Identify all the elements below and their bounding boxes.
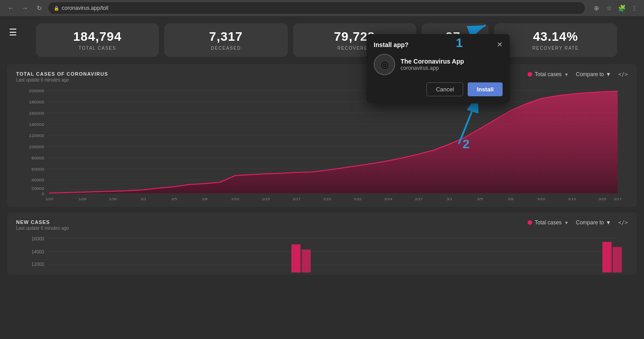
popup-title: Install app?	[374, 41, 409, 48]
svg-text:3/1: 3/1	[447, 197, 452, 201]
svg-text:20000: 20000	[31, 186, 44, 191]
profile-icon: ⊕	[592, 4, 601, 13]
url-text: coronavirus.app/toll	[62, 5, 108, 11]
chart-total-cases: TOTAL CASES OF CORONAVIRUS Last update 6…	[7, 64, 637, 207]
chart1-title-group: TOTAL CASES OF CORONAVIRUS Last update 6…	[16, 71, 108, 82]
chart1-legend-chevron: ▼	[564, 72, 569, 77]
chart2-legend-label: Total cases	[535, 219, 562, 226]
svg-text:2/8: 2/8	[202, 197, 208, 201]
chart2-compare-label: Compare to	[576, 219, 604, 226]
svg-rect-49	[302, 249, 311, 272]
chart1-compare-btn[interactable]: Compare to ▼	[576, 71, 611, 77]
reload-button[interactable]: ↻	[34, 3, 45, 13]
chart1-legend-label: Total cases	[535, 71, 562, 77]
svg-text:160000: 160000	[29, 111, 44, 116]
svg-text:16000: 16000	[31, 236, 44, 241]
app-icon: ◎	[374, 54, 395, 75]
popup-app-info: ◎ The Coronavirus App coronavirus.app	[374, 54, 503, 75]
badge-number-1: 1	[456, 36, 463, 50]
chart1-legend-dot	[528, 72, 532, 77]
install-popup: Install app? ✕ ◎ The Coronavirus App cor…	[367, 34, 510, 103]
badge-number-2: 2	[462, 137, 469, 151]
stat-label-recovery-rate: RECOVERY RATE	[505, 46, 606, 51]
chart2-legend-chevron: ▼	[564, 220, 569, 225]
app-domain: coronavirus.app	[401, 65, 464, 71]
svg-text:3/13: 3/13	[568, 197, 576, 201]
chart1-controls: Total cases ▼ Compare to ▼ </>	[528, 71, 628, 77]
svg-text:3/10: 3/10	[537, 197, 545, 201]
svg-text:180000: 180000	[29, 100, 44, 104]
svg-text:80000: 80000	[31, 156, 44, 160]
app-icon-symbol: ◎	[381, 59, 388, 70]
svg-text:2/27: 2/27	[415, 197, 423, 201]
svg-text:1/26: 1/26	[45, 197, 53, 201]
svg-text:3/15: 3/15	[598, 197, 606, 201]
chart1-svg: 200000 180000 160000 140000 120000 10000…	[16, 86, 628, 202]
svg-text:2/10: 2/10	[231, 197, 239, 201]
chart2-embed-btn[interactable]: </>	[618, 219, 628, 226]
app-name: The Coronavirus App	[401, 58, 464, 65]
chart2-legend-dot	[528, 220, 532, 225]
popup-cancel-button[interactable]: Cancel	[426, 82, 463, 96]
svg-text:2/5: 2/5	[171, 197, 177, 201]
popup-header: Install app? ✕	[374, 41, 503, 48]
app-details: The Coronavirus App coronavirus.app	[401, 58, 464, 71]
svg-rect-48	[291, 245, 301, 273]
svg-text:2/24: 2/24	[384, 197, 392, 201]
stat-label-total-cases: TOTAL CASES	[47, 46, 148, 51]
stat-value-total-cases: 184,794	[47, 30, 148, 44]
chart1-header: TOTAL CASES OF CORONAVIRUS Last update 6…	[16, 71, 628, 82]
chart2-controls: Total cases ▼ Compare to ▼ </>	[528, 219, 628, 226]
svg-text:120000: 120000	[29, 133, 44, 138]
chart2-compare-chevron: ▼	[606, 219, 611, 226]
chart2-title-group: NEW CASES Last update 6 minutes ago	[16, 219, 69, 231]
sidebar-toggle[interactable]: ☰	[9, 27, 17, 38]
svg-text:1/30: 1/30	[109, 197, 117, 201]
svg-text:3/5: 3/5	[477, 197, 483, 201]
app-container: ☰ 184,794 TOTAL CASES 7,317 DECEASED 79,…	[0, 16, 644, 339]
svg-text:3/8: 3/8	[508, 197, 514, 201]
forward-button[interactable]: →	[20, 3, 30, 13]
popup-close-button[interactable]: ✕	[497, 41, 503, 48]
nav-icons: ⊕ ☆ 🧩 ⋮	[592, 4, 639, 13]
stats-bar: 184,794 TOTAL CASES 7,317 DECEASED 79,72…	[0, 16, 644, 64]
chart1-compare-label: Compare to	[576, 71, 604, 77]
popup-buttons: Cancel Install	[374, 82, 503, 96]
svg-text:100000: 100000	[29, 145, 44, 149]
stat-card-recovery-rate: 43.14% RECOVERY RATE	[494, 23, 617, 57]
stat-value-recovery-rate: 43.14%	[505, 30, 606, 44]
back-button[interactable]: ←	[5, 3, 16, 13]
chart2-header: NEW CASES Last update 6 minutes ago Tota…	[16, 219, 628, 231]
svg-rect-50	[602, 242, 612, 272]
svg-text:60000: 60000	[31, 167, 44, 172]
chart2-legend-item[interactable]: Total cases ▼	[528, 219, 569, 226]
svg-text:2/19: 2/19	[323, 197, 331, 201]
chart2-title: NEW CASES	[16, 219, 69, 225]
svg-text:2/17: 2/17	[293, 197, 301, 201]
chart1-compare-chevron: ▼	[606, 71, 611, 77]
popup-install-button[interactable]: Install	[468, 82, 503, 96]
browser-nav-bar: ← → ↻ 🔒 coronavirus.app/toll ⊕ ☆ 🧩 ⋮	[0, 0, 644, 16]
chart1-area: 200000 180000 160000 140000 120000 10000…	[16, 86, 628, 202]
stat-card-total-cases: 184,794 TOTAL CASES	[36, 23, 159, 57]
svg-text:2/1: 2/1	[141, 197, 146, 201]
chart1-legend-item[interactable]: Total cases ▼	[528, 71, 569, 77]
svg-text:3/17: 3/17	[614, 197, 622, 201]
extensions-icon: 🧩	[617, 4, 626, 13]
chart1-title: TOTAL CASES OF CORONAVIRUS	[16, 71, 108, 77]
svg-text:40000: 40000	[31, 178, 44, 182]
svg-text:200000: 200000	[29, 89, 44, 93]
svg-rect-51	[613, 247, 622, 272]
bookmark-icon[interactable]: ☆	[605, 4, 614, 13]
chart2-compare-btn[interactable]: Compare to ▼	[576, 219, 611, 226]
menu-icon[interactable]: ⋮	[630, 4, 639, 13]
svg-text:0: 0	[42, 192, 44, 196]
address-bar[interactable]: 🔒 coronavirus.app/toll	[48, 2, 585, 14]
svg-text:140000: 140000	[29, 122, 44, 127]
chart2-svg: 16000 14000 12000	[16, 234, 628, 275]
svg-text:2/22: 2/22	[354, 197, 362, 201]
svg-text:12000: 12000	[31, 262, 44, 267]
chart1-embed-btn[interactable]: </>	[618, 71, 628, 77]
chart2-area: 16000 14000 12000	[16, 234, 628, 270]
chart-new-cases: NEW CASES Last update 6 minutes ago Tota…	[7, 212, 637, 275]
